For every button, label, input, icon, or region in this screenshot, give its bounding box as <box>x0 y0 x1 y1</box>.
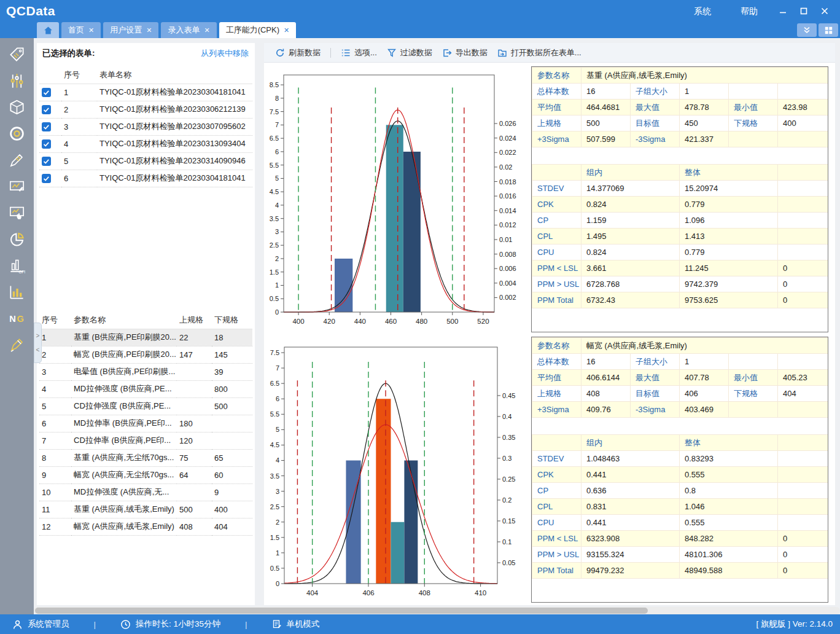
param-row[interactable]: 8基重 (A供应商,无尘纸70gs...7565 <box>39 449 252 466</box>
tab-4[interactable]: 工序能力(CPK)✕ <box>219 22 297 38</box>
param-usl <box>177 363 212 380</box>
stats-cell: 子组大小 <box>631 354 680 370</box>
sidebar-chart-hand-icon[interactable] <box>9 204 26 221</box>
form-checkbox[interactable] <box>42 174 51 183</box>
form-no: 2 <box>61 101 97 118</box>
histogram-bar <box>403 152 421 312</box>
tab-3[interactable]: 录入表单✕ <box>161 22 216 38</box>
splitter-expand-icon: > <box>36 332 40 339</box>
stats-cell: 16 <box>581 354 631 370</box>
stats-cell: PPM Total <box>532 563 581 579</box>
open-form-button[interactable]: 打开数据所在表单... <box>492 45 586 61</box>
param-row[interactable]: 5CD拉伸强度 (B供应商,PE...500 <box>39 397 252 415</box>
form-checkbox[interactable] <box>42 139 51 149</box>
stats-group-header: 整体 <box>680 165 778 181</box>
tab-close-icon[interactable]: ✕ <box>88 26 94 34</box>
sidebar-chart-edit-icon[interactable] <box>9 178 26 195</box>
stats-cell: 0 <box>778 563 828 579</box>
svg-text:500: 500 <box>446 318 458 325</box>
stats-cell: 421.337 <box>680 131 729 147</box>
sidebar-pencil-icon[interactable] <box>9 151 26 168</box>
sidebar-sliders-icon[interactable] <box>9 72 26 89</box>
maximize-icon <box>800 7 807 15</box>
tab-2[interactable]: 用户设置✕ <box>103 22 158 38</box>
sidebar-ng-icon[interactable]: NG <box>9 310 26 327</box>
sidebar-target-icon[interactable] <box>9 125 26 142</box>
form-checkbox[interactable] <box>42 105 51 114</box>
horizontal-scrollbar[interactable] <box>34 607 840 614</box>
chevron-double-down-icon <box>803 26 811 34</box>
remove-from-list-link[interactable]: 从列表中移除 <box>201 48 255 59</box>
bar-chart-icon <box>9 284 25 300</box>
tab-home[interactable] <box>37 22 59 38</box>
svg-text:0: 0 <box>276 580 279 587</box>
param-row[interactable]: 11基重 (A供应商,绒毛浆,Emily)500400 <box>39 501 252 518</box>
minimize-button[interactable] <box>772 2 793 20</box>
params-col-usl: 上规格 <box>177 311 212 329</box>
param-row[interactable]: 3电晕值 (B供应商,PE印刷膜...39 <box>39 363 252 380</box>
param-row[interactable]: 6MD拉伸率 (B供应商,PE印...180 <box>39 415 252 432</box>
param-row[interactable]: 2幅宽 (B供应商,PE印刷膜20...147145 <box>39 346 252 363</box>
svg-text:0.5: 0.5 <box>270 565 279 572</box>
sidebar-bar-chart-icon[interactable] <box>9 283 26 300</box>
svg-text:1: 1 <box>275 281 279 289</box>
status-duration: 操作时长: 1小时35分钟 <box>120 619 220 630</box>
export-button[interactable]: 导出数据 <box>437 45 492 61</box>
param-row[interactable]: 12幅宽 (A供应商,绒毛浆,Emily)408404 <box>39 518 252 535</box>
scrollbar-thumb[interactable] <box>35 608 648 614</box>
form-row[interactable]: 3TYIQC-01原材料检验单20230307095602 <box>39 118 252 135</box>
stats-cell: 99479.232 <box>581 563 680 579</box>
form-checkbox[interactable] <box>42 88 51 97</box>
stats-cell: 409.76 <box>581 402 631 418</box>
param-no: 12 <box>39 518 71 535</box>
filter-button[interactable]: 过滤数据 <box>382 45 437 61</box>
param-row[interactable]: 9幅宽 (A供应商,无尘纸70gs...6460 <box>39 466 252 483</box>
options-button[interactable]: 选项... <box>336 45 382 61</box>
menu-help[interactable]: 帮助 <box>726 0 772 22</box>
collapse-tabs-button[interactable] <box>797 23 817 37</box>
param-row[interactable]: 1基重 (B供应商,PE印刷膜20...2218 <box>39 329 252 346</box>
stats-cell: 407.78 <box>680 370 729 386</box>
stats-part2: 组内整体STDEV14.37706915.20974CPK0.8240.779C… <box>532 164 828 308</box>
tab-grid-button[interactable] <box>819 23 838 37</box>
stats-cell <box>778 213 828 229</box>
svg-text:520: 520 <box>477 318 489 325</box>
form-row[interactable]: 5TYIQC-01原材料检验单20230314090946 <box>39 152 252 170</box>
form-row[interactable]: 6TYIQC-01原材料检验单20230304181041 <box>39 170 252 187</box>
form-row[interactable]: 1TYIQC-01原材料检验单20230304181041 <box>39 84 252 101</box>
stats-cell: 14.377069 <box>581 181 680 197</box>
params-col-no: 序号 <box>39 311 71 329</box>
param-usl: 22 <box>177 329 212 346</box>
form-checkbox[interactable] <box>42 122 51 131</box>
stats-cell: 0.555 <box>680 467 778 483</box>
param-name: MD拉伸强度 (A供应商,无... <box>71 483 177 501</box>
sidebar-cpk-chart-icon[interactable]: CPK <box>9 257 26 274</box>
stats-group-header <box>532 435 581 451</box>
panel-splitter[interactable]: > < <box>34 323 42 363</box>
svg-text:480: 480 <box>416 318 427 325</box>
maximize-button[interactable] <box>793 2 814 20</box>
sidebar-pen-ruler-icon[interactable] <box>9 336 26 353</box>
tab-1[interactable]: 首页✕ <box>61 22 101 38</box>
param-row[interactable]: 10MD拉伸强度 (A供应商,无...9 <box>39 483 252 501</box>
form-row[interactable]: 2TYIQC-01原材料检验单20230306212139 <box>39 101 252 118</box>
param-row[interactable]: 4MD拉伸强度 (B供应商,PE...800 <box>39 380 252 397</box>
stats-part1: 参数名称基重 (A供应商,绒毛浆,Emily)总样本数16子组大小1平均值464… <box>532 67 828 147</box>
refresh-button[interactable]: 刷新数据 <box>270 45 325 61</box>
menu-system[interactable]: 系统 <box>679 0 726 22</box>
svg-text:5.5: 5.5 <box>270 410 279 418</box>
sidebar-pie-chart-icon[interactable] <box>9 230 26 248</box>
tab-close-icon[interactable]: ✕ <box>146 26 152 34</box>
form-row[interactable]: 4TYIQC-01原材料检验单20230313093404 <box>39 135 252 152</box>
stats-cell: 0 <box>778 531 828 547</box>
stats-group-header: 组内 <box>581 435 680 451</box>
close-button[interactable] <box>814 2 835 20</box>
param-row[interactable]: 7CD拉伸率 (B供应商,PE印...120 <box>39 432 252 449</box>
stats-group-header: 组内 <box>581 165 680 181</box>
tab-close-icon[interactable]: ✕ <box>284 26 289 34</box>
sidebar-tag-icon[interactable] <box>9 45 26 63</box>
stats-cell: 参数名称 <box>532 68 581 84</box>
sidebar-box-icon[interactable] <box>9 98 26 115</box>
tab-close-icon[interactable]: ✕ <box>204 26 209 34</box>
form-checkbox[interactable] <box>42 157 51 166</box>
